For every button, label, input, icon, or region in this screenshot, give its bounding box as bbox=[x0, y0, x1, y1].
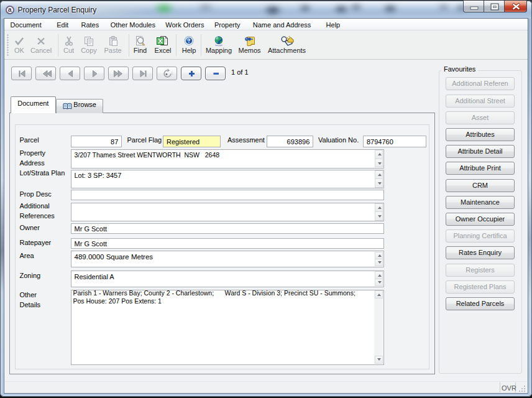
svg-text:?: ? bbox=[188, 38, 191, 44]
